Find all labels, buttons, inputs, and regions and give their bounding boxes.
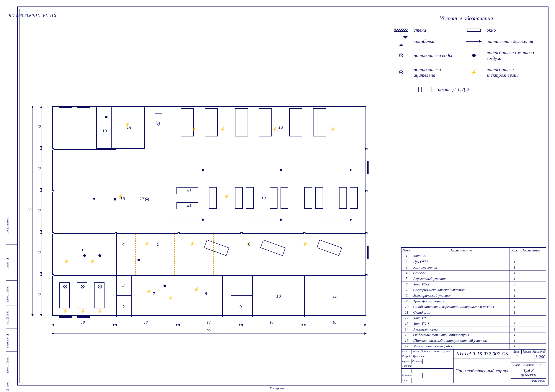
electric-consumer: ⚡ bbox=[64, 259, 69, 264]
column bbox=[365, 232, 367, 234]
crane-rail bbox=[257, 234, 257, 275]
electric-consumer: ⚡ bbox=[168, 295, 173, 301]
flow-arrow bbox=[170, 220, 205, 220]
water-consumer bbox=[98, 285, 101, 288]
dim-line bbox=[241, 325, 304, 325]
table-cell: 11 bbox=[402, 310, 412, 315]
flow-arrow bbox=[170, 170, 205, 170]
wall bbox=[304, 275, 305, 317]
table-cell: Трансформаторная bbox=[412, 299, 510, 304]
room-label: 13 bbox=[278, 124, 283, 130]
flow-arrow bbox=[248, 170, 283, 170]
tb-cell bbox=[411, 378, 420, 383]
room-label: 4 bbox=[122, 241, 125, 247]
tb-cell bbox=[443, 378, 453, 383]
wall bbox=[131, 275, 131, 317]
tb-cell bbox=[425, 354, 443, 359]
post-label: Д1 bbox=[187, 203, 191, 208]
value: 1:200 bbox=[534, 354, 546, 363]
wall-icon bbox=[394, 29, 408, 32]
table-cell: Агрегатный участок bbox=[412, 276, 510, 282]
room-label: 2 bbox=[122, 304, 125, 310]
post-icon bbox=[418, 87, 431, 92]
electric-consumer: ⚡ bbox=[330, 127, 336, 132]
column bbox=[241, 232, 243, 234]
table-cell: 8 bbox=[402, 293, 412, 299]
dim-line bbox=[178, 325, 241, 325]
tb-cell bbox=[423, 373, 443, 378]
table-cell: 14 bbox=[402, 327, 412, 332]
table-cell bbox=[520, 287, 546, 293]
doc-number: КП ПА.Т.15.932.002 СБ bbox=[453, 349, 511, 358]
table-cell: 2 bbox=[402, 259, 412, 265]
legend-label: стена bbox=[414, 27, 461, 33]
gate bbox=[367, 246, 369, 259]
table-header: Кол. bbox=[510, 248, 520, 253]
tb-cell bbox=[411, 369, 420, 373]
legend-title: Условные обозначения bbox=[392, 15, 540, 22]
tb-cell bbox=[420, 378, 443, 383]
wall bbox=[96, 107, 97, 149]
air-consumer bbox=[163, 285, 166, 287]
electric-consumer: ⚡ bbox=[302, 241, 308, 246]
legend: Условные обозначения стена окно кранбалк… bbox=[392, 15, 540, 92]
tb-cell: Лист bbox=[411, 349, 420, 354]
table-cell: 3 bbox=[510, 253, 520, 259]
copy-label: Копировал bbox=[270, 386, 285, 390]
tb-cell: Подп. bbox=[433, 349, 443, 354]
value bbox=[523, 354, 535, 363]
room-label: 6 bbox=[248, 241, 250, 247]
electric-consumer: ⚡ bbox=[80, 308, 85, 314]
post-label: Д2 bbox=[156, 121, 160, 126]
dim-value: 12 bbox=[37, 167, 42, 171]
service-bay bbox=[205, 108, 218, 136]
dim-value: 12 bbox=[37, 125, 42, 129]
dim-value: 12 bbox=[37, 209, 42, 213]
table-cell bbox=[520, 332, 546, 338]
table-cell: 1 bbox=[510, 271, 520, 276]
electric-consumer: ⚡ bbox=[90, 259, 95, 264]
tb-cell: Т.контр. bbox=[402, 364, 413, 368]
wall bbox=[231, 295, 231, 317]
tb-cell: Утв. bbox=[402, 378, 411, 383]
table-cell: 5 bbox=[510, 315, 520, 321]
side-tab: Инв.№ подл. bbox=[6, 378, 17, 392]
side-tab: Подп. и дата bbox=[6, 282, 17, 306]
crane-rail bbox=[296, 234, 296, 275]
table-cell bbox=[520, 253, 546, 259]
flow-arrow bbox=[317, 220, 352, 220]
electric-consumer: ⚡ bbox=[224, 194, 230, 199]
header: Масса bbox=[522, 349, 532, 354]
table-cell: 1 bbox=[402, 253, 412, 259]
table-cell: 1 bbox=[510, 310, 520, 315]
value: 1 bbox=[534, 363, 546, 367]
floor-plan: ⚡ ⚡ ⚡ ⚡ ⚡ ⚡ ⚡ ⚡ ⚡ ⚡ ⚡ ⚡ ⚡ ⚡ ⚡ ⚡ ⚡ ⚡ ⚡ 1 … bbox=[52, 106, 366, 316]
table-cell: Зона ТО-1 bbox=[412, 321, 510, 327]
electric-consumer: ⚡ bbox=[146, 289, 152, 294]
table-cell: 12 bbox=[402, 315, 412, 321]
tb-cell bbox=[422, 364, 443, 368]
wall bbox=[53, 149, 116, 150]
wall bbox=[179, 275, 179, 317]
table-cell: Участок тепловых работ bbox=[412, 344, 510, 349]
tb-cell bbox=[402, 369, 411, 373]
table-cell: 1 bbox=[510, 276, 520, 282]
legend-label: кранбалка bbox=[414, 39, 461, 44]
electric-consumer: ⚡ bbox=[97, 308, 103, 314]
tb-cell: № докум. bbox=[420, 349, 433, 354]
column bbox=[52, 274, 54, 276]
table-cell: Слесарно-механический участок bbox=[412, 287, 510, 293]
crane-icon bbox=[399, 39, 403, 44]
table-cell: 1 bbox=[510, 332, 520, 338]
table-cell: 1 bbox=[510, 299, 520, 304]
drawing-title: Ппоизводственный корпус bbox=[453, 358, 511, 383]
table-cell: Зона ТО-2 bbox=[412, 282, 510, 287]
tr-bay bbox=[246, 187, 254, 209]
flow-arrow bbox=[317, 170, 352, 170]
column bbox=[115, 232, 117, 234]
doc-number-edge: КП ПА.Т.15.932.002 СБ bbox=[9, 13, 56, 18]
room-label: 8 bbox=[205, 291, 207, 297]
gate bbox=[77, 316, 90, 318]
table-cell bbox=[520, 265, 546, 270]
tb-cell bbox=[443, 369, 453, 373]
